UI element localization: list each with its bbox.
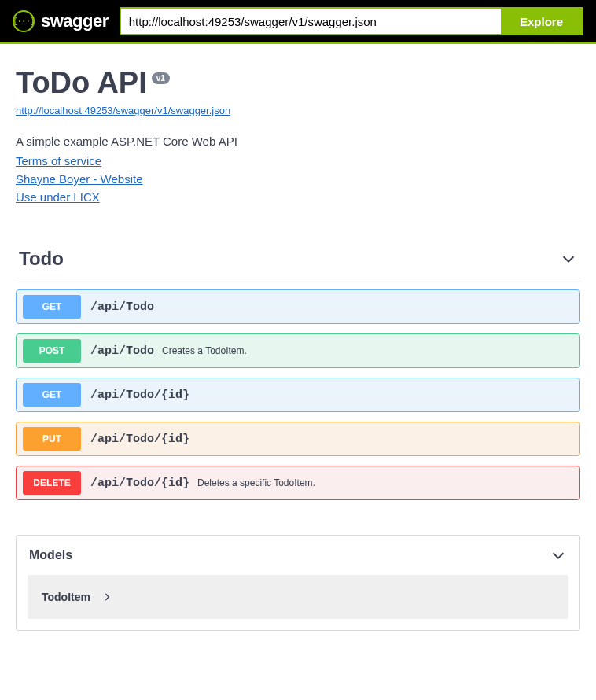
- model-item[interactable]: TodoItem: [28, 575, 568, 619]
- swagger-logo-icon: {···}: [13, 10, 35, 32]
- chevron-right-icon: [101, 591, 112, 602]
- topbar: {···} swagger Explore: [0, 0, 596, 44]
- operation-get[interactable]: GET/api/Todo/{id}: [16, 378, 580, 412]
- method-badge: GET: [23, 295, 81, 319]
- operation-summary: Creates a TodoItem.: [162, 345, 247, 356]
- chevron-down-icon: [550, 547, 567, 564]
- method-badge: DELETE: [23, 471, 81, 495]
- swagger-brand-text: swagger: [41, 11, 109, 31]
- operations-list: GET/api/TodoPOST/api/TodoCreates a TodoI…: [16, 289, 580, 500]
- swagger-brand: {···} swagger: [13, 10, 109, 32]
- spec-json-link[interactable]: http://localhost:49253/swagger/v1/swagge…: [16, 105, 230, 116]
- operation-path: /api/Todo/{id}: [90, 477, 189, 490]
- api-description: A simple example ASP.NET Core Web API: [16, 134, 580, 148]
- tag-name: Todo: [19, 248, 64, 270]
- api-version-badge: v1: [152, 72, 170, 84]
- models-section: Models TodoItem: [16, 535, 580, 631]
- api-title: ToDo API: [16, 66, 147, 100]
- spec-url-form: Explore: [120, 7, 583, 35]
- models-header[interactable]: Models: [17, 536, 579, 575]
- method-badge: POST: [23, 339, 81, 363]
- models-heading: Models: [29, 548, 72, 562]
- license-link[interactable]: Use under LICX: [16, 190, 100, 204]
- models-list: TodoItem: [17, 575, 579, 619]
- chevron-down-icon: [560, 250, 577, 267]
- spec-url-input[interactable]: [121, 9, 501, 34]
- method-badge: GET: [23, 383, 81, 407]
- main-content: ToDo API v1 http://localhost:49253/swagg…: [0, 44, 596, 631]
- terms-of-service-link[interactable]: Terms of service: [16, 154, 101, 168]
- method-badge: PUT: [23, 427, 81, 451]
- api-meta-links: Terms of service Shayne Boyer - Website …: [16, 154, 580, 204]
- operation-path: /api/Todo: [90, 300, 154, 314]
- explore-button[interactable]: Explore: [501, 9, 582, 34]
- tag-header-todo[interactable]: Todo: [16, 248, 580, 278]
- operation-path: /api/Todo/{id}: [90, 389, 189, 402]
- operation-summary: Deletes a specific TodoItem.: [197, 477, 315, 488]
- operation-post[interactable]: POST/api/TodoCreates a TodoItem.: [16, 333, 580, 368]
- operation-put[interactable]: PUT/api/Todo/{id}: [16, 422, 580, 456]
- api-title-row: ToDo API v1: [16, 66, 580, 100]
- operation-path: /api/Todo/{id}: [90, 433, 189, 446]
- operation-get[interactable]: GET/api/Todo: [16, 289, 580, 324]
- tag-section-todo: Todo GET/api/TodoPOST/api/TodoCreates a …: [16, 248, 580, 500]
- model-name: TodoItem: [42, 591, 90, 603]
- contact-link[interactable]: Shayne Boyer - Website: [16, 172, 142, 186]
- operation-path: /api/Todo: [90, 344, 154, 358]
- operation-delete[interactable]: DELETE/api/Todo/{id}Deletes a specific T…: [16, 466, 580, 500]
